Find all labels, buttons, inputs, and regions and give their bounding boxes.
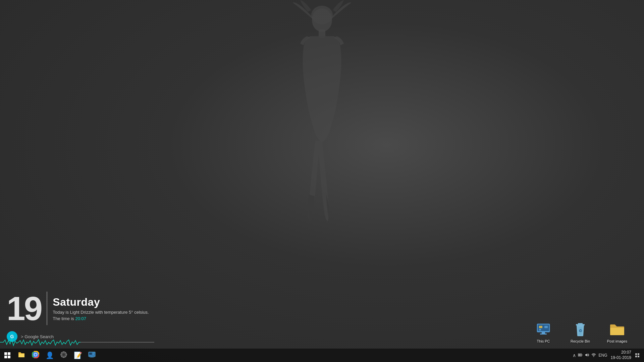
tray-expand-icon[interactable]: ∧: [573, 353, 576, 358]
desktop-icon-post-images[interactable]: Post images: [604, 321, 631, 344]
start-button[interactable]: [1, 349, 14, 362]
svg-rect-44: [582, 354, 582, 355]
taskbar-chrome[interactable]: [29, 349, 42, 362]
taskbar-app4[interactable]: [57, 349, 70, 362]
language-indicator[interactable]: ENG: [599, 353, 607, 358]
desktop-icon-this-pc[interactable]: This PC: [530, 321, 557, 344]
taskbar-left: 👤: [0, 349, 99, 362]
desktop-icon-recycle-bin[interactable]: ♻ Recycle Bin: [567, 321, 594, 344]
tray-network-icon[interactable]: [591, 353, 596, 358]
svg-rect-18: [4, 356, 7, 358]
taskbar-sticky-notes[interactable]: 📝: [71, 349, 85, 362]
recycle-bin-icon: ♻: [572, 321, 588, 338]
file-explorer-icon: [18, 351, 25, 360]
svg-rect-37: [89, 353, 92, 355]
clock-date: 19-01-2019: [611, 355, 631, 361]
svg-rect-42: [90, 357, 94, 358]
svg-rect-19: [8, 356, 10, 358]
post-images-label: Post images: [606, 339, 629, 344]
taskbar-app3[interactable]: 👤: [43, 349, 56, 362]
time-value: 20:07: [75, 316, 86, 321]
taskbar-right: ∧: [573, 349, 644, 362]
clock-time: 20:07: [621, 350, 631, 355]
chrome-icon: [32, 351, 39, 360]
svg-rect-6: [540, 334, 547, 335]
svg-rect-30: [60, 354, 61, 355]
svg-rect-28: [63, 351, 64, 352]
svg-rect-49: [638, 353, 639, 355]
svg-rect-50: [635, 356, 637, 357]
desktop-icons: This PC ♻ Recycle Bin: [530, 321, 631, 344]
svg-rect-51: [638, 356, 639, 357]
time-text: The time is 20:07: [53, 316, 149, 321]
taskbar-file-explorer[interactable]: [15, 349, 28, 362]
svg-rect-29: [63, 357, 64, 358]
svg-rect-48: [635, 353, 637, 355]
post-images-icon: [609, 321, 625, 338]
date-divider: [47, 292, 47, 325]
svg-rect-17: [8, 352, 10, 355]
svg-rect-11: [578, 323, 583, 324]
svg-rect-5: [542, 332, 545, 334]
wallpaper-figure: [255, 0, 389, 228]
svg-rect-40: [89, 355, 95, 356]
recycle-bin-label: Recycle Bin: [570, 339, 591, 344]
tray-icons: ∧: [573, 353, 596, 358]
svg-point-25: [35, 353, 37, 356]
app3-icon: 👤: [46, 351, 54, 359]
svg-line-13: [579, 327, 579, 335]
svg-rect-7: [539, 326, 542, 328]
svg-rect-9: [539, 329, 541, 330]
app6-icon: [88, 352, 96, 359]
date-info: Saturday Today is Light Drizzle with tem…: [53, 296, 149, 321]
app4-icon: [60, 351, 67, 360]
date-widget: 19 Saturday Today is Light Drizzle with …: [7, 292, 149, 325]
this-pc-label: This PC: [536, 339, 551, 344]
this-pc-icon: [535, 321, 551, 338]
waveform: [0, 337, 154, 347]
taskbar: 👤: [0, 349, 644, 362]
svg-rect-38: [93, 353, 95, 353]
taskbar-app6[interactable]: [85, 349, 99, 362]
svg-rect-16: [4, 352, 7, 355]
svg-point-47: [593, 356, 594, 357]
date-number: 19: [7, 292, 41, 325]
svg-marker-46: [585, 353, 587, 357]
svg-rect-45: [579, 354, 581, 356]
day-name: Saturday: [53, 296, 149, 308]
notification-center-button[interactable]: [633, 349, 642, 362]
svg-point-27: [62, 353, 65, 356]
tray-battery-icon: [578, 353, 583, 358]
svg-rect-39: [93, 354, 94, 355]
sticky-notes-icon: 📝: [74, 351, 82, 359]
svg-rect-31: [66, 354, 67, 355]
svg-rect-8: [544, 326, 548, 328]
weather-text: Today is Light Drizzle with temperature …: [53, 310, 149, 315]
svg-point-2: [311, 6, 333, 24]
tray-volume-icon[interactable]: [585, 353, 589, 358]
time-prefix: The time is: [53, 316, 75, 321]
clock-area[interactable]: 20:07 19-01-2019: [611, 350, 631, 360]
svg-line-15: [581, 327, 582, 335]
